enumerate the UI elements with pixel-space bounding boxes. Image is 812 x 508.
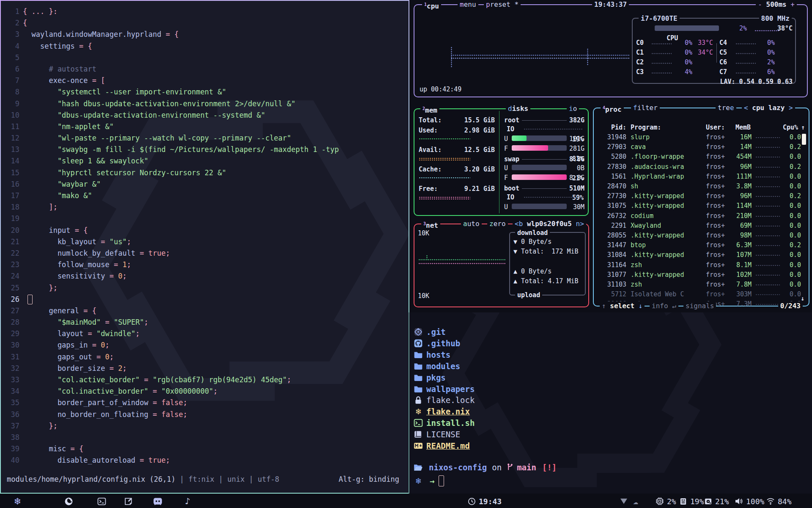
editor-line[interactable]: 16 "waybar &" [1, 179, 409, 190]
proc-scrollbar[interactable] [802, 134, 806, 145]
disk-usage-bar [512, 165, 567, 170]
process-row[interactable]: 31077.kitty-wrappedfros+102M0.0 [599, 270, 804, 280]
cpu-box-title[interactable]: 1cpu [422, 0, 441, 11]
editor-line[interactable]: 23 follow_mouse = 1; [1, 259, 409, 271]
editor-line[interactable]: 4 settings = { [1, 41, 409, 52]
editor-line[interactable]: 9 "hash dbus-update-activation-environme… [1, 98, 409, 110]
file-name: install.sh [426, 418, 475, 428]
editor-line[interactable]: 32 border_size = 2; [1, 363, 409, 374]
editor-line[interactable]: 22 numlock_by_default = true; [1, 248, 409, 259]
editor-line[interactable]: 31 gaps_out = 0; [1, 351, 409, 363]
editor-line[interactable]: 15 "hyprctl setcursor Nordzy-cursors 22 … [1, 167, 409, 179]
taskbar-clock[interactable]: 19:43 [468, 494, 502, 508]
process-row[interactable]: 2291Xwaylandfros+69M0.0 [599, 221, 804, 231]
editor-buffer[interactable]: 1{ ... }:2{3 wayland.windowManager.hyprl… [1, 6, 409, 467]
shell-input-line[interactable]: ❄ → [414, 475, 444, 486]
editor-line[interactable]: 6 # autostart [1, 64, 409, 75]
process-row[interactable]: 5712Isolated Web Cfros+303M0.0 [599, 290, 804, 299]
process-row[interactable]: 31103zshfros+7.8M0.0 [599, 280, 804, 290]
discord-launcher[interactable] [153, 494, 162, 508]
network-applet[interactable] [620, 494, 628, 508]
proc-filter-button[interactable]: filter [631, 103, 660, 113]
notes-launcher[interactable] [124, 494, 133, 508]
editor-line[interactable]: 11 "nm-applet &" [1, 121, 409, 133]
process-row[interactable]: 5280.floorp-wrappefros+454M0.0 [599, 152, 804, 162]
interval-minus-button[interactable]: - [758, 0, 762, 8]
editor-line[interactable]: 39 misc = { [1, 443, 409, 455]
proc-select-control[interactable]: ↑ select ↓ [600, 301, 645, 311]
process-row[interactable]: 31164zshfros+8.1M0.0 [599, 260, 804, 270]
editor-line[interactable]: 38 [1, 432, 409, 443]
editor-line[interactable]: 26 [1, 294, 409, 305]
cloud-sync-applet[interactable]: ☁ [633, 494, 638, 508]
btop-window[interactable]: 1cpu menu preset * 19:43:37 - 500ms + i7… [409, 0, 812, 312]
editor-line[interactable]: 12 "wl-paste --primary --watch wl-copy -… [1, 133, 409, 144]
editor-line[interactable]: 1{ ... }: [1, 6, 409, 17]
wifi-strength-indicator[interactable]: 84% [766, 494, 792, 508]
disk-entry-header: boot510M [504, 184, 584, 193]
preset-button[interactable]: preset * [484, 0, 521, 9]
interval-plus-button[interactable]: + [790, 0, 795, 8]
proc-tree-toggle[interactable]: tree [716, 103, 736, 113]
wifi-icon [766, 497, 775, 505]
editor-line[interactable]: 14 "sleep 1 && swaylock" [1, 155, 409, 167]
editor-line[interactable]: 35 border_part_of_window = false; [1, 397, 409, 409]
process-row[interactable]: 28055.kitty-wrappedfros+98M0.0 [599, 231, 804, 240]
editor-line[interactable]: 29 layout = "dwindle"; [1, 328, 409, 340]
process-row[interactable]: 27730.kitty-wrappedfros+96M0.2 [599, 191, 804, 201]
process-row[interactable]: 31075.kitty-wrappedfros+114M0.0 [599, 201, 804, 211]
editor-line[interactable]: 5 [1, 52, 409, 64]
process-row[interactable]: 31447btopfros+6.3M0.2 [599, 240, 804, 250]
editor-line[interactable]: 25 }; [1, 282, 409, 294]
nixos-menu-button[interactable]: ❄ [14, 494, 20, 508]
editor-line[interactable]: 13 "swaybg -m fill -i $(find ~/Pictures/… [1, 144, 409, 155]
editor-window[interactable]: 1{ ... }:2{3 wayland.windowManager.hyprl… [0, 0, 409, 494]
editor-line[interactable]: 27 general = { [1, 305, 409, 317]
editor-line[interactable]: 17 "mako &" [1, 190, 409, 202]
browser-launcher[interactable] [64, 494, 73, 508]
net-interface-switcher[interactable]: <b wlp0s20f0u5 n> [513, 219, 586, 229]
disk-usage-indicator[interactable]: 21% [704, 494, 729, 508]
update-interval-control[interactable]: - 500ms + [756, 0, 797, 9]
process-row[interactable]: 27830.audacious-wrafros+96M0.2 [599, 162, 804, 172]
terminal-launcher[interactable] [97, 494, 106, 508]
net-zero-toggle[interactable]: zero [487, 219, 508, 229]
process-row[interactable]: 1561.Hyprland-wrapfros+111M0.0 [599, 172, 804, 182]
editor-line[interactable]: 34 "col.inactive_border" = "0x00000000"; [1, 386, 409, 397]
net-auto-toggle[interactable]: auto [461, 219, 482, 229]
music-launcher[interactable]: ♪ [185, 494, 190, 508]
editor-line[interactable]: 19 [1, 213, 409, 224]
proc-signals-button[interactable]: signals [683, 301, 716, 311]
menu-button[interactable]: menu [458, 0, 478, 9]
editor-line[interactable]: 28 "$mainMod" = "SUPER"; [1, 317, 409, 328]
mem-box-title[interactable]: 2mem [420, 104, 439, 115]
process-row[interactable]: 28470shfros+3.8M0.0 [599, 182, 804, 191]
editor-line[interactable]: 7 exec-once = [ [1, 75, 409, 86]
editor-line[interactable]: 37 }; [1, 420, 409, 432]
editor-line[interactable]: 36 no_border_on_floating = false; [1, 409, 409, 420]
editor-line[interactable]: 20 input = { [1, 225, 409, 236]
process-row[interactable]: 31948slurpfros+16M0.0 [599, 133, 804, 142]
volume-indicator[interactable]: 100% [735, 494, 764, 508]
editor-line[interactable]: 3 wayland.windowManager.hyprland = { [1, 29, 409, 40]
proc-box-title[interactable]: 4proc [601, 103, 624, 114]
process-row[interactable]: 26732codiumfros+210M0.0 [599, 211, 804, 221]
editor-line[interactable]: 2{ [1, 17, 409, 29]
editor-line[interactable]: 30 gaps_in = 0; [1, 340, 409, 351]
editor-line[interactable]: 24 sensitivity = 0; [1, 271, 409, 282]
process-row[interactable]: 27903cavafros+14M0.2 [599, 142, 804, 152]
editor-line[interactable]: 18 ]; [1, 202, 409, 213]
proc-info-button[interactable]: info ↵ [650, 301, 678, 311]
proc-header-row[interactable]: Pid: Program: User: MemB Cpu% ↑ [599, 123, 804, 133]
proc-sort-selector[interactable]: < cpu lazy > [742, 103, 795, 113]
editor-line[interactable]: 40 disable_autoreload = true; [1, 455, 409, 466]
cpu-usage-indicator[interactable]: 2% [656, 494, 676, 508]
editor-line[interactable]: 21 kb_layout = "us"; [1, 236, 409, 248]
editor-line[interactable]: 10 "dbus-update-activation-environment -… [1, 110, 409, 121]
terminal-window[interactable]: .git.githubhostsmodulespkgswallpapersfla… [409, 312, 812, 494]
open-folder-icon [414, 463, 423, 472]
process-row[interactable]: 31084.kitty-wrappedfros+107M0.0 [599, 250, 804, 260]
editor-line[interactable]: 33 "col.active_border" = "rgb(cba6f7) rg… [1, 374, 409, 386]
editor-line[interactable]: 8 "systemctl --user import-environment &… [1, 86, 409, 98]
ram-usage-indicator[interactable]: 19% [679, 494, 704, 508]
